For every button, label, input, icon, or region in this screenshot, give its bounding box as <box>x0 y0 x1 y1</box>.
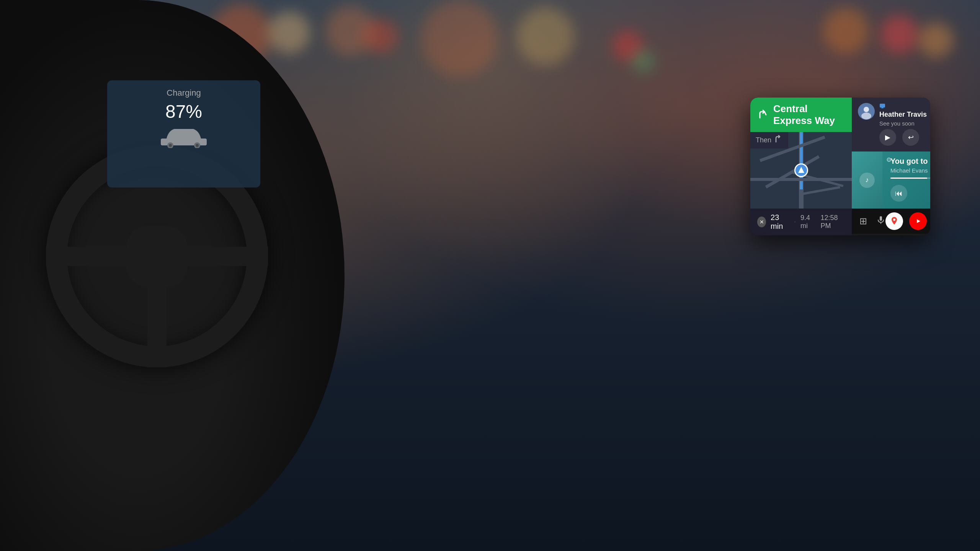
nav-time: 12:58 PM <box>820 214 845 230</box>
nav-turn-icon <box>757 109 769 121</box>
location-marker-inner <box>794 163 808 177</box>
svg-point-4 <box>196 144 199 147</box>
message-reply-button[interactable]: ↩ <box>902 129 919 146</box>
nav-street-name: Central Express Way <box>773 103 845 127</box>
bottom-app-bar: ⊞ <box>852 209 930 234</box>
music-thumbnail: ♪ <box>852 152 882 209</box>
music-prev-button[interactable]: ⏮ <box>890 185 907 202</box>
svg-rect-9 <box>880 216 882 221</box>
youtube-music-icon[interactable] <box>909 212 927 230</box>
message-content: Heather Travis See you soon ▶ ↩ <box>879 103 930 146</box>
message-play-button[interactable]: ▶ <box>879 129 896 146</box>
music-progress-bar <box>890 178 930 179</box>
svg-point-11 <box>893 218 895 221</box>
music-content: You got to listen Michael Evans ⏮ ▶ ⏭ <box>890 157 930 203</box>
map-road-extra2 <box>802 186 840 195</box>
battery-percent: 87% <box>115 101 253 122</box>
message-text: See you soon <box>879 120 930 127</box>
mic-icon[interactable] <box>876 215 885 227</box>
contact-avatar <box>858 103 875 120</box>
music-title: You got to listen <box>890 157 930 166</box>
maps-app-icon[interactable] <box>885 212 903 230</box>
dashboard-display: Charging 87% <box>107 80 260 187</box>
car-silhouette <box>157 125 211 148</box>
grid-icon[interactable]: ⊞ <box>859 216 867 227</box>
messages-icon <box>879 103 885 109</box>
svg-point-6 <box>864 107 869 112</box>
bottom-left-icons: ⊞ <box>859 215 885 227</box>
bottom-center-icons <box>885 212 930 230</box>
navigation-panel: Central Express Way Then <box>750 98 852 235</box>
message-panel: Heather Travis See you soon ▶ ↩ <box>852 98 930 151</box>
contact-name: Heather Travis <box>879 111 930 119</box>
nav-eta: 23 min <box>771 213 790 231</box>
then-label: Then <box>756 136 771 144</box>
nav-close-button[interactable]: ✕ <box>757 217 766 227</box>
then-turn-arrow <box>774 135 783 145</box>
message-actions: ▶ ↩ <box>879 129 930 146</box>
then-turn-bar: Then <box>750 132 788 148</box>
nav-footer: ✕ 23 min · 9.4 mi 12:58 PM <box>750 209 852 235</box>
music-panel: ⚙ ♪ You got to listen Michael Evans <box>852 152 930 209</box>
svg-rect-8 <box>880 104 885 108</box>
music-thumbnail-icon: ♪ <box>859 173 875 188</box>
nav-separator-1: · <box>794 218 796 225</box>
svg-point-3 <box>169 144 172 147</box>
music-artist: Michael Evans <box>890 167 930 174</box>
location-marker-arrow <box>798 167 804 173</box>
message-icon-row <box>879 103 930 109</box>
right-panels: Heather Travis See you soon ▶ ↩ ⚙ ♪ <box>852 98 930 235</box>
map-road-horizontal <box>750 178 852 181</box>
music-settings-icon[interactable]: ⚙ <box>886 156 892 163</box>
svg-point-7 <box>861 112 871 119</box>
nav-distance: 9.4 mi <box>800 214 816 230</box>
music-progress-fill <box>890 178 927 179</box>
charging-label: Charging <box>115 88 253 98</box>
music-controls: ⏮ ▶ ⏭ <box>890 183 930 203</box>
android-auto-panel: Central Express Way Then <box>750 98 930 235</box>
nav-header: Central Express Way <box>750 98 852 132</box>
map-area[interactable]: Then <box>750 132 852 209</box>
